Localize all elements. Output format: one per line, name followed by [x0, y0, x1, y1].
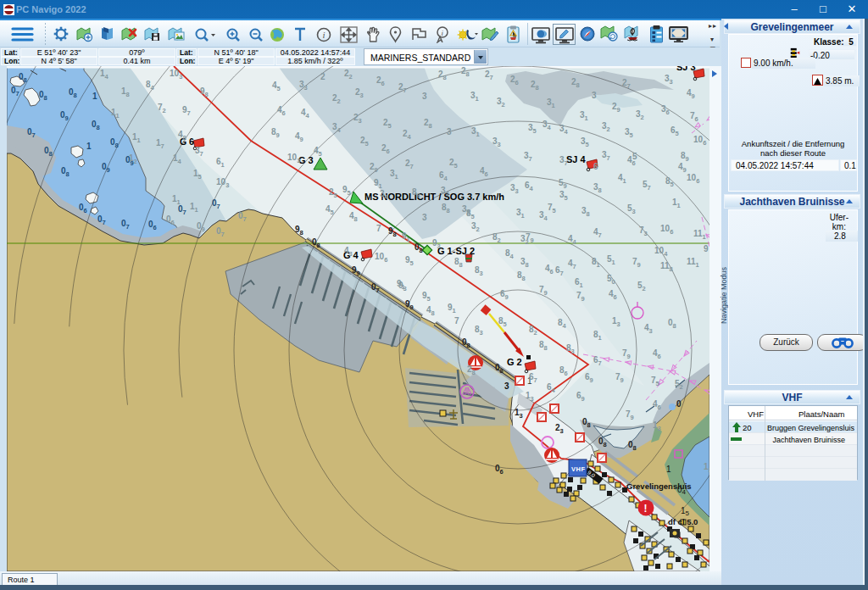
svg-text:5: 5: [632, 152, 637, 161]
svg-text:SJ 3: SJ 3: [676, 66, 696, 72]
svg-text:7: 7: [454, 316, 459, 326]
svg-text:VHF: VHF: [571, 465, 586, 473]
svg-text:3: 3: [422, 213, 427, 222]
svg-text:i: i: [442, 29, 444, 37]
svg-text:G 3: G 3: [298, 155, 314, 165]
svg-text:3: 3: [592, 91, 597, 100]
svg-text:!: !: [644, 503, 648, 515]
svg-text:9: 9: [704, 244, 709, 253]
svg-text:1: 1: [86, 142, 92, 151]
svg-text:3: 3: [447, 127, 452, 136]
svg-text:SJ 4: SJ 4: [566, 154, 587, 164]
svg-text:0: 0: [676, 399, 682, 409]
svg-text:1: 1: [92, 92, 97, 101]
svg-text:G 2: G 2: [507, 357, 522, 367]
svg-text:2: 2: [320, 72, 326, 81]
svg-text:3: 3: [504, 381, 509, 391]
svg-text:7: 7: [376, 224, 381, 233]
svg-text:3: 3: [422, 92, 427, 101]
svg-text:df cl 5.0: df cl 5.0: [668, 517, 698, 526]
svg-text:1: 1: [666, 465, 671, 474]
svg-text:i: i: [322, 30, 325, 40]
svg-text:6: 6: [593, 162, 598, 171]
